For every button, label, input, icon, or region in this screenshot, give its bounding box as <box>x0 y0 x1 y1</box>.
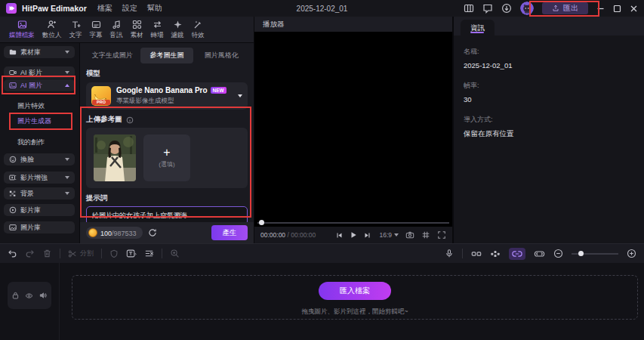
link-clips-button[interactable] <box>471 249 482 258</box>
sidebar-item-my-creations[interactable]: 我的創作 <box>4 137 75 148</box>
hide-track-icon[interactable] <box>25 292 33 299</box>
minimize-button[interactable] <box>596 5 605 13</box>
previous-frame-button[interactable] <box>336 232 343 239</box>
redo-button[interactable] <box>25 249 35 258</box>
zoom-in-button[interactable] <box>627 249 636 258</box>
tab-digital-human[interactable]: 數位人 <box>39 20 66 40</box>
player-panel: 播放器 00:00:00 / 00:00:00 16:9 <box>254 17 453 243</box>
model-selector[interactable]: PRO Google Nano Banana Pro NEW 專業級影像生成模型 <box>86 82 248 110</box>
undo-button[interactable] <box>8 249 17 258</box>
digital-human-icon <box>47 20 57 29</box>
sidebar-item-ai-video[interactable]: AI 影片 <box>4 66 75 79</box>
track-expand-button[interactable] <box>534 249 545 258</box>
chevron-down-icon <box>65 192 69 195</box>
sidebar-item-video-library[interactable]: 影片庫 <box>4 204 75 216</box>
zoom-out-button[interactable] <box>553 249 563 258</box>
play-button[interactable] <box>350 231 357 239</box>
time-total: 00:00:00 <box>291 231 316 239</box>
record-voiceover-button[interactable] <box>445 249 454 258</box>
user-avatar[interactable] <box>520 2 534 15</box>
text-icon <box>71 20 81 29</box>
tab-image-stylize[interactable]: 圖片風格化 <box>196 48 248 63</box>
sidebar-item-background[interactable]: 背景 <box>4 187 75 199</box>
divider <box>162 249 162 258</box>
tab-subtitles[interactable]: 字幕 <box>86 20 106 40</box>
download-icon[interactable] <box>501 3 512 14</box>
sidebar-item-ai-image[interactable]: AI 圖片 <box>4 79 75 91</box>
timeline-zoom-slider[interactable] <box>572 251 618 257</box>
text-template-button[interactable] <box>126 249 137 258</box>
magnet-snap-button[interactable] <box>490 249 501 258</box>
sidebar-item-material-library[interactable]: 素材庫 <box>4 46 75 58</box>
reference-image-thumbnail[interactable] <box>94 134 136 181</box>
seek-knob[interactable] <box>259 220 264 225</box>
field-name: 名稱: 2025-12-02_01 <box>464 47 634 70</box>
feedback-icon[interactable] <box>482 3 493 14</box>
close-button[interactable] <box>630 5 638 13</box>
tab-info[interactable]: 資訊 <box>461 20 495 36</box>
sidebar-item-image-effects[interactable]: 圖片特效 <box>4 100 75 112</box>
video-enhance-icon <box>9 174 17 181</box>
sidebar-item-video-enhance[interactable]: 影片增強 <box>4 172 75 184</box>
sidebar-item-image-generator[interactable]: 圖片生成器 <box>4 116 75 127</box>
layout-panels-icon[interactable] <box>464 3 474 14</box>
elements-icon <box>132 20 142 29</box>
tab-audio[interactable]: 音訊 <box>106 20 127 40</box>
banana-model-icon: PRO <box>91 86 111 106</box>
tab-media-files[interactable]: 媒體檔案 <box>5 20 39 40</box>
export-button[interactable]: 匯出 <box>542 2 588 14</box>
background-icon <box>9 190 17 197</box>
chevron-down-icon <box>65 158 69 161</box>
player-header: 播放器 <box>254 17 452 32</box>
mute-track-icon[interactable] <box>39 292 47 299</box>
prompt-label: 提示詞 <box>86 193 248 203</box>
delete-button[interactable] <box>42 249 52 258</box>
app-logo-icon <box>6 3 17 14</box>
import-files-button[interactable]: 匯入檔案 <box>319 282 391 300</box>
new-badge: NEW <box>211 87 226 94</box>
split-button[interactable]: 分割 <box>68 249 94 258</box>
tab-elements[interactable]: 素材 <box>127 20 147 40</box>
track-divider <box>59 263 60 340</box>
field-framerate: 幀率: 30 <box>464 81 634 104</box>
player-seekbar[interactable] <box>257 220 449 225</box>
tab-filters[interactable]: 濾鏡 <box>168 20 188 40</box>
media-dropzone[interactable]: 匯入檔案 拖曳圖片、影片到這裡，開始剪輯吧~ <box>72 275 638 320</box>
add-reference-button[interactable]: + (選填) <box>143 134 190 181</box>
time-current: 00:00:00 <box>260 231 285 239</box>
sidebar-item-image-library[interactable]: 圖片庫 <box>4 221 75 233</box>
zoom-slider-knob[interactable] <box>578 251 584 256</box>
remove-gaps-button[interactable] <box>144 249 154 258</box>
chevron-down-icon <box>238 94 242 97</box>
auto-ripple-button[interactable] <box>509 248 525 260</box>
maximize-button[interactable] <box>613 5 621 13</box>
marker-button[interactable] <box>109 249 119 258</box>
divider <box>60 249 60 258</box>
face-swap-icon <box>9 156 17 163</box>
aspect-ratio-dropdown[interactable]: 16:9 <box>379 231 399 239</box>
fullscreen-icon[interactable] <box>437 230 446 240</box>
sidebar-item-face-swap[interactable]: 換臉 <box>4 153 75 165</box>
menu-help[interactable]: 幫助 <box>147 3 162 14</box>
info-panel: 資訊 名稱: 2025-12-02_01 幀率: 30 導入方式: 保留在原有位… <box>453 17 644 243</box>
tab-text[interactable]: 文字 <box>66 20 86 40</box>
tab-transitions[interactable]: 轉場 <box>147 20 168 40</box>
tab-effects[interactable]: 特效 <box>188 20 208 40</box>
zoom-to-fit-button[interactable] <box>170 249 180 258</box>
info-icon[interactable] <box>126 116 134 124</box>
time-separator: / <box>287 231 288 239</box>
generate-button[interactable]: 產生 <box>211 225 248 240</box>
ai-image-icon <box>9 82 17 89</box>
credits-pill[interactable]: 100/987533 <box>86 227 143 239</box>
model-subtitle: 專業級影像生成模型 <box>116 97 226 106</box>
refresh-credits-icon[interactable] <box>148 228 157 237</box>
snapshot-icon[interactable] <box>405 230 414 240</box>
menu-file[interactable]: 檔案 <box>97 3 112 14</box>
grid-icon[interactable] <box>421 230 430 240</box>
lock-track-icon[interactable] <box>12 292 19 299</box>
menu-settings[interactable]: 設定 <box>122 3 137 14</box>
tab-text-to-image[interactable]: 文字生成圖片 <box>86 48 138 63</box>
pro-badge: PRO <box>92 100 110 105</box>
next-frame-button[interactable] <box>364 232 371 239</box>
tab-reference-image[interactable]: 參考圖生圖 <box>140 48 193 63</box>
